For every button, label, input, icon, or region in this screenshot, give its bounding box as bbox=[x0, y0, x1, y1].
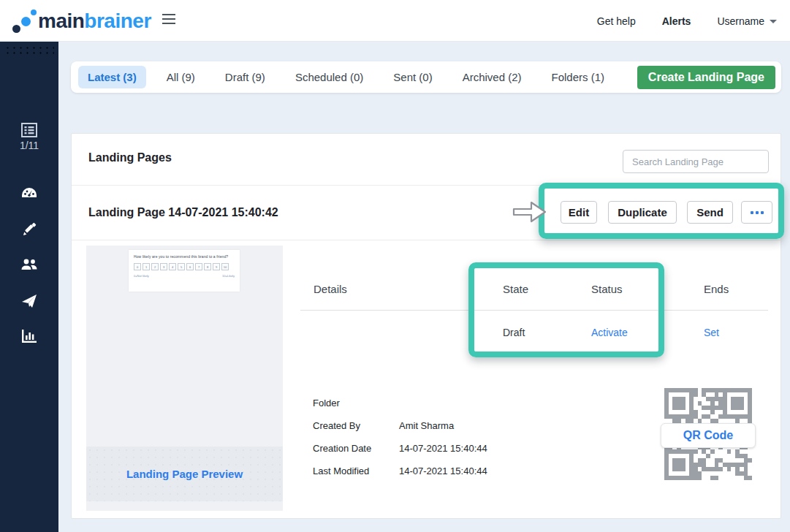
tab-draft[interactable]: Draft (9) bbox=[216, 66, 275, 88]
meta-label-created-by: Created By bbox=[313, 420, 360, 431]
alerts-link[interactable]: Alerts bbox=[662, 15, 691, 27]
survey-question: How likely are you to recommend this bra… bbox=[134, 254, 235, 259]
create-landing-page-button[interactable]: Create Landing Page bbox=[637, 66, 775, 89]
divider bbox=[300, 310, 768, 311]
send-icon bbox=[20, 293, 38, 309]
column-header-status: Status bbox=[591, 283, 623, 295]
tab-latest[interactable]: Latest (3) bbox=[78, 66, 146, 88]
qr-code-button[interactable]: QR Code bbox=[661, 423, 756, 448]
meta-label-folder: Folder bbox=[313, 398, 340, 408]
sidebar-item-audience[interactable] bbox=[0, 257, 58, 272]
audience-icon bbox=[20, 257, 39, 272]
tab-scheduled[interactable]: Scheduled (0) bbox=[286, 66, 373, 88]
edit-button[interactable]: Edit bbox=[561, 201, 597, 224]
sidebar-dot-pattern bbox=[4, 45, 54, 55]
column-header-state: State bbox=[503, 283, 528, 295]
page-indicator: 1/11 bbox=[20, 140, 39, 151]
pages-list-icon bbox=[21, 123, 37, 137]
stats-icon bbox=[21, 329, 37, 343]
header-links: Get help Alerts Username bbox=[597, 0, 777, 42]
survey-scale: 0 1 2 3 4 5 6 7 8 9 10 bbox=[134, 263, 235, 270]
landing-pages-screen: mainbrainer Get help Alerts Username 1/1… bbox=[0, 0, 790, 532]
top-header: mainbrainer Get help Alerts Username bbox=[0, 0, 790, 42]
sidebar-item-dashboard[interactable] bbox=[0, 186, 58, 201]
column-header-details: Details bbox=[314, 283, 347, 295]
more-options-button[interactable] bbox=[741, 201, 772, 224]
state-value: Draft bbox=[503, 327, 525, 338]
meta-label-creation-date: Creation Date bbox=[313, 443, 371, 454]
meta-value-last-modified: 14-07-2021 15:40:44 bbox=[399, 466, 487, 476]
get-help-link[interactable]: Get help bbox=[597, 15, 636, 27]
left-sidebar: 1/11 bbox=[0, 42, 58, 532]
sidebar-item-stats[interactable] bbox=[0, 329, 58, 343]
tab-archived[interactable]: Archived (2) bbox=[453, 66, 531, 88]
sidebar-item-send[interactable] bbox=[0, 293, 58, 309]
mainbrainer-logo[interactable]: mainbrainer bbox=[10, 6, 151, 37]
landing-page-tabs: Latest (3) All (9) Draft (9) Scheduled (… bbox=[71, 61, 781, 93]
column-header-ends: Ends bbox=[704, 283, 729, 295]
divider bbox=[72, 185, 782, 186]
chevron-down-icon bbox=[770, 20, 777, 23]
search-input[interactable] bbox=[623, 150, 769, 173]
logo-text: mainbrainer bbox=[38, 11, 151, 31]
hamburger-menu-icon[interactable] bbox=[162, 14, 175, 24]
send-button[interactable]: Send bbox=[687, 201, 733, 224]
sidebar-item-create[interactable] bbox=[0, 221, 58, 238]
activate-link[interactable]: Activate bbox=[591, 327, 628, 338]
sidebar-item-pages[interactable]: 1/11 bbox=[0, 123, 58, 151]
landing-page-preview-link[interactable]: Landing Page Preview bbox=[126, 468, 243, 480]
logo-dots-icon bbox=[10, 7, 38, 36]
landing-page-thumbnail: How likely are you to recommend this bra… bbox=[86, 246, 283, 511]
qr-code-block: QR Code bbox=[664, 388, 752, 480]
tab-all[interactable]: All (9) bbox=[157, 66, 205, 88]
set-ends-link[interactable]: Set bbox=[704, 327, 719, 338]
tab-sent[interactable]: Sent (0) bbox=[384, 66, 441, 88]
ellipsis-icon bbox=[751, 211, 753, 214]
divider bbox=[72, 240, 782, 240]
tab-folders[interactable]: Folders (1) bbox=[542, 66, 615, 88]
survey-scale-labels: 0=Not likely 10=Likely bbox=[134, 274, 235, 278]
landing-pages-panel: Landing Pages Landing Page 14-07-2021 15… bbox=[71, 133, 781, 519]
panel-title: Landing Pages bbox=[88, 151, 172, 164]
username-label: Username bbox=[717, 15, 764, 27]
preview-link-band: Landing Page Preview bbox=[86, 446, 283, 501]
edit-icon bbox=[21, 221, 37, 238]
meta-value-created-by: Amit Sharma bbox=[399, 420, 454, 431]
dashboard-icon bbox=[20, 186, 38, 201]
username-menu[interactable]: Username bbox=[717, 15, 777, 27]
duplicate-button[interactable]: Duplicate bbox=[608, 201, 677, 224]
meta-label-last-modified: Last Modified bbox=[313, 466, 369, 476]
landing-page-row-title: Landing Page 14-07-2021 15:40:42 bbox=[88, 206, 278, 219]
thumbnail-survey-card: How likely are you to recommend this bra… bbox=[129, 250, 240, 292]
meta-value-creation-date: 14-07-2021 15:40:44 bbox=[399, 443, 487, 454]
